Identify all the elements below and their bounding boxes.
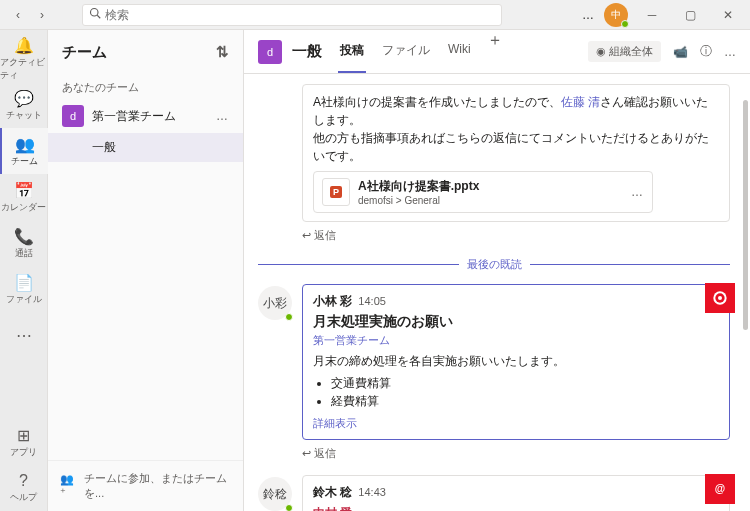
svg-point-4: [718, 296, 722, 300]
show-detail-link[interactable]: 詳細表示: [313, 416, 719, 431]
message-list: A社様向けの提案書を作成いたしましたので、佐藤 清さん確認お願いいたします。 他…: [244, 74, 750, 511]
reply-button[interactable]: ↩ 返信: [302, 446, 730, 461]
author-name: 小林 彩: [313, 294, 352, 308]
message-text: A社様向けの提案書を作成いたしましたので、佐藤 清さん確認お願いいたします。 他…: [313, 93, 719, 165]
globe-icon: ◉: [596, 45, 606, 58]
forward-button[interactable]: ›: [32, 5, 52, 25]
message-item: 鈴稔 @ 鈴木 稔14:43 中村 愛 電話で依頼のあった問い合わせの件、対応お…: [258, 475, 730, 511]
tab-posts[interactable]: 投稿: [338, 30, 366, 73]
message-team-link[interactable]: 第一営業チーム: [313, 333, 719, 348]
search-input[interactable]: [105, 8, 495, 22]
author-avatar[interactable]: 小彩: [258, 286, 292, 320]
mention[interactable]: 中村 愛: [313, 506, 352, 511]
people-add-icon: 👥⁺: [60, 473, 78, 499]
team-name: 第一営業チーム: [92, 108, 176, 125]
app-rail: 🔔アクティビティ 💬チャット 👥チーム 📅カレンダー 📞通話 📄ファイル ⋯ ⊞…: [0, 30, 48, 511]
minimize-button[interactable]: ─: [638, 5, 666, 25]
phone-icon: 📞: [14, 227, 34, 246]
author-name: 鈴木 稔: [313, 485, 352, 499]
powerpoint-icon: P: [322, 178, 350, 206]
svg-line-1: [97, 15, 100, 18]
message-text: 中村 愛 電話で依頼のあった問い合わせの件、対応お願いします。: [313, 504, 719, 511]
bell-icon: 🔔: [14, 36, 34, 55]
tab-wiki[interactable]: Wiki: [446, 30, 473, 73]
svg-point-0: [91, 9, 99, 17]
importance-badge: [705, 283, 735, 313]
meet-icon[interactable]: 📹: [673, 45, 688, 59]
attachment[interactable]: P A社様向け提案書.pptx demofsi > General …: [313, 171, 653, 213]
message-time: 14:05: [358, 295, 386, 307]
apps-icon: ⊞: [17, 426, 30, 445]
team-row[interactable]: d 第一営業チーム …: [48, 99, 243, 133]
chat-icon: 💬: [14, 89, 34, 108]
teams-sidebar: チーム ⇅ あなたのチーム d 第一営業チーム … 一般 👥⁺ チームに参加、ま…: [48, 30, 244, 511]
mention-link[interactable]: 佐藤 清: [561, 95, 600, 109]
org-visibility[interactable]: ◉組織全体: [588, 41, 661, 62]
rail-calendar[interactable]: 📅カレンダー: [0, 174, 48, 220]
sidebar-section-label: あなたのチーム: [48, 74, 243, 99]
message-item: 小彩 小林 彩14:05 月末処理実施のお願い 第一営業チーム 月末の締め処理を…: [258, 284, 730, 461]
more-icon: ⋯: [16, 326, 32, 345]
rail-chat[interactable]: 💬チャット: [0, 82, 48, 128]
rail-files[interactable]: 📄ファイル: [0, 266, 48, 312]
attachment-location: demofsi > General: [358, 195, 623, 206]
user-avatar[interactable]: 中: [604, 3, 628, 27]
search-icon: [89, 7, 101, 22]
author-avatar[interactable]: 鈴稔: [258, 477, 292, 511]
tab-files[interactable]: ファイル: [380, 30, 432, 73]
attachment-name: A社様向け提案書.pptx: [358, 178, 623, 195]
svg-text:@: @: [715, 482, 725, 494]
presence-indicator: [621, 20, 629, 28]
scrollbar[interactable]: [743, 100, 748, 330]
join-create-team[interactable]: 👥⁺ チームに参加、またはチームを...: [48, 460, 243, 511]
message-text: 月末の締め処理を各自実施お願いいたします。 交通費精算 経費精算: [313, 352, 719, 410]
rail-more[interactable]: ⋯: [0, 312, 48, 358]
channel-avatar: d: [258, 40, 282, 64]
tab-add[interactable]: ＋: [487, 30, 503, 73]
rail-activity[interactable]: 🔔アクティビティ: [0, 36, 48, 82]
maximize-button[interactable]: ▢: [676, 5, 704, 25]
help-icon: ?: [19, 472, 28, 490]
filter-icon[interactable]: ⇅: [216, 43, 229, 61]
channel-header: d 一般 投稿 ファイル Wiki ＋ ◉組織全体 📹 ⓘ …: [244, 30, 750, 74]
title-bar: ‹ › … 中 ─ ▢ ✕: [0, 0, 750, 30]
reply-button[interactable]: ↩ 返信: [302, 228, 730, 243]
message-time: 14:43: [358, 486, 386, 498]
close-button[interactable]: ✕: [714, 5, 742, 25]
rail-help[interactable]: ?ヘルプ: [0, 465, 48, 511]
presence-indicator: [285, 504, 293, 511]
team-avatar: d: [62, 105, 84, 127]
file-icon: 📄: [14, 273, 34, 292]
team-more-icon[interactable]: …: [216, 109, 229, 123]
more-icon[interactable]: …: [582, 8, 594, 22]
presence-indicator: [285, 313, 293, 321]
channel-title: 一般: [292, 42, 322, 61]
sidebar-title: チーム: [62, 43, 107, 62]
calendar-icon: 📅: [14, 181, 34, 200]
last-read-divider: 最後の既読: [258, 257, 730, 272]
info-icon[interactable]: ⓘ: [700, 43, 712, 60]
message-item: A社様向けの提案書を作成いたしましたので、佐藤 清さん確認お願いいたします。 他…: [258, 84, 730, 243]
channel-row[interactable]: 一般: [48, 133, 243, 162]
message-title: 月末処理実施のお願い: [313, 313, 719, 331]
channel-main: d 一般 投稿 ファイル Wiki ＋ ◉組織全体 📹 ⓘ …: [244, 30, 750, 511]
attachment-more-icon[interactable]: …: [631, 185, 644, 199]
back-button[interactable]: ‹: [8, 5, 28, 25]
search-box[interactable]: [82, 4, 502, 26]
rail-apps[interactable]: ⊞アプリ: [0, 419, 48, 465]
teams-icon: 👥: [15, 135, 35, 154]
mention-badge: @: [705, 474, 735, 504]
rail-calls[interactable]: 📞通話: [0, 220, 48, 266]
rail-teams[interactable]: 👥チーム: [0, 128, 48, 174]
header-more-icon[interactable]: …: [724, 45, 736, 59]
